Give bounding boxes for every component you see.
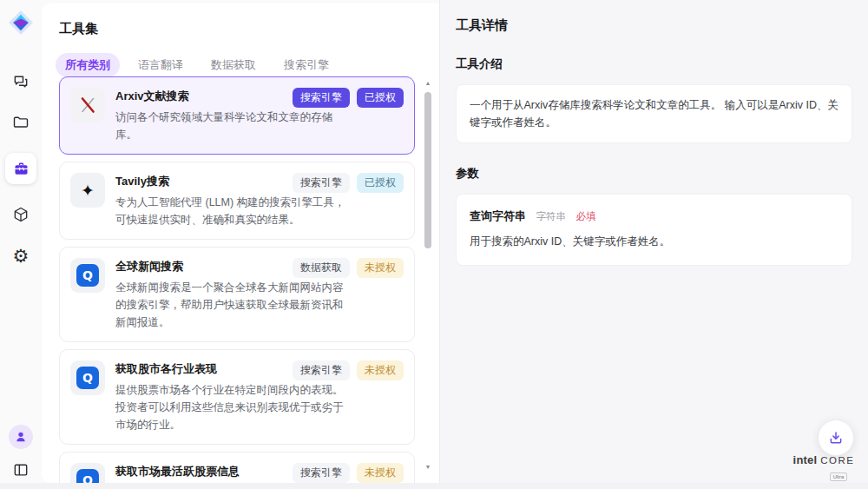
tool-detail-panel: 工具详情 工具介绍 一个用于从Arxiv存储库搜索科学论文和文章的工具。 输入可… [439, 0, 868, 489]
panel-toggle-icon[interactable] [10, 459, 31, 480]
category-badge: 搜索引擎 [293, 360, 350, 380]
arxiv-x-icon [70, 88, 105, 122]
tab-category-2[interactable]: 数据获取 [201, 53, 266, 77]
auth-status-badge: 已授权 [357, 173, 404, 193]
toolbox-icon[interactable] [5, 153, 36, 184]
tab-category-0[interactable]: 所有类别 [56, 53, 120, 77]
tab-category-1[interactable]: 语言翻译 [128, 53, 193, 77]
intel-core-logo: intel core Ultra [790, 453, 858, 482]
param-required-badge: 必填 [575, 211, 595, 221]
auth-status-badge: 已授权 [357, 88, 404, 108]
param-card: 查询字符串 字符串 必填 用于搜索的Arxiv ID、关键字或作者姓名。 [456, 194, 852, 266]
tool-description: 全球新闻搜索是一个聚合全球各大新闻网站内容的搜索引擎，帮助用户快速获取全球最新资… [115, 279, 352, 331]
tab-category-3[interactable]: 搜索引擎 [274, 53, 339, 77]
param-description: 用于搜索的Arxiv ID、关键字或作者姓名。 [470, 234, 838, 250]
tool-card-list: Arxiv文献搜索访问各个研究领域大量科学论文和文章的存储库。搜索引擎已授权✦T… [59, 76, 417, 483]
detail-title: 工具详情 [456, 17, 852, 34]
category-badge: 数据获取 [293, 258, 350, 278]
card-badges: 数据获取未授权 [293, 258, 404, 278]
page-title: 工具集 [59, 21, 439, 37]
scrollbar-thumb[interactable] [424, 92, 431, 248]
param-type: 字符串 [536, 211, 566, 221]
core-wordmark: core [820, 455, 854, 466]
tool-card[interactable]: ✦Tavily搜索专为人工智能代理 (LLM) 构建的搜索引擎工具，可快速提供实… [59, 162, 415, 240]
sidebar-nav: ⚙ [5, 71, 36, 266]
scroll-down-icon[interactable]: ▼ [424, 464, 432, 471]
category-tabs: 所有类别语言翻译数据获取搜索引擎 [56, 53, 439, 77]
tool-description: 访问各个研究领域大量科学论文和文章的存储库。 [115, 109, 352, 143]
tool-list-panel: 工具集 所有类别语言翻译数据获取搜索引擎 Arxiv文献搜索访问各个研究领域大量… [42, 3, 439, 483]
cube-icon[interactable] [10, 204, 31, 225]
category-badge: 搜索引擎 [293, 173, 350, 193]
list-scrollbar: ▲ ▼ [424, 80, 432, 471]
user-avatar-icon[interactable] [9, 425, 33, 449]
tool-card[interactable]: Q全球新闻搜索全球新闻搜索是一个聚合全球各大新闻网站内容的搜索引擎，帮助用户快速… [59, 247, 415, 342]
tool-card[interactable]: Q获取股市各行业表现提供股票市场各个行业在特定时间段内的表现。投资者可以利用这些… [59, 349, 415, 445]
chat-icon[interactable] [10, 71, 31, 92]
icon-sidebar: ⚙ [0, 0, 42, 489]
auth-status-badge: 未授权 [357, 463, 404, 483]
tool-description: 专为人工智能代理 (LLM) 构建的搜索引擎工具，可快速提供实时、准确和真实的结… [115, 194, 352, 228]
param-header: 查询字符串 字符串 必填 [470, 208, 838, 224]
app-window: ⚙ 工具集 所有类别语言翻译数据获取搜索引擎 Arxiv文献搜索访问各个研究领域… [0, 0, 868, 489]
app-logo-icon [7, 9, 35, 36]
auth-status-badge: 未授权 [357, 360, 404, 380]
tool-card[interactable]: Q获取市场最活跃股票信息提供当天交易量最高的股票列表，投资者可以利用这些信息来识… [59, 452, 415, 483]
q-search-icon: Q [70, 258, 105, 293]
intro-heading: 工具介绍 [456, 56, 852, 72]
q-search-icon: Q [70, 360, 105, 395]
download-icon [828, 430, 844, 446]
param-name: 查询字符串 [470, 209, 526, 222]
card-badges: 搜索引擎未授权 [293, 463, 404, 483]
card-badges: 搜索引擎已授权 [293, 173, 404, 193]
window-bottom-edge [0, 483, 868, 489]
ultra-badge: Ultra [830, 472, 848, 481]
scroll-up-icon[interactable]: ▲ [424, 80, 432, 87]
folder-icon[interactable] [10, 112, 31, 133]
download-button[interactable] [818, 420, 854, 456]
intro-card: 一个用于从Arxiv存储库搜索科学论文和文章的工具。 输入可以是Arxiv ID… [456, 84, 852, 143]
card-badges: 搜索引擎已授权 [293, 88, 404, 108]
sidebar-bottom [9, 425, 33, 480]
category-badge: 搜索引擎 [293, 88, 350, 108]
tavily-star-icon: ✦ [70, 173, 105, 208]
gear-icon[interactable]: ⚙ [10, 245, 31, 266]
category-badge: 搜索引擎 [293, 463, 350, 483]
q-search-icon: Q [70, 463, 105, 483]
auth-status-badge: 未授权 [357, 258, 404, 278]
intel-wordmark: intel [793, 453, 818, 466]
tool-card[interactable]: Arxiv文献搜索访问各个研究领域大量科学论文和文章的存储库。搜索引擎已授权 [59, 76, 415, 155]
params-heading: 参数 [456, 166, 852, 182]
tool-description: 提供股票市场各个行业在特定时间段内的表现。投资者可以利用这些信息来识别表现优于或… [115, 381, 352, 433]
card-badges: 搜索引擎未授权 [293, 360, 404, 380]
